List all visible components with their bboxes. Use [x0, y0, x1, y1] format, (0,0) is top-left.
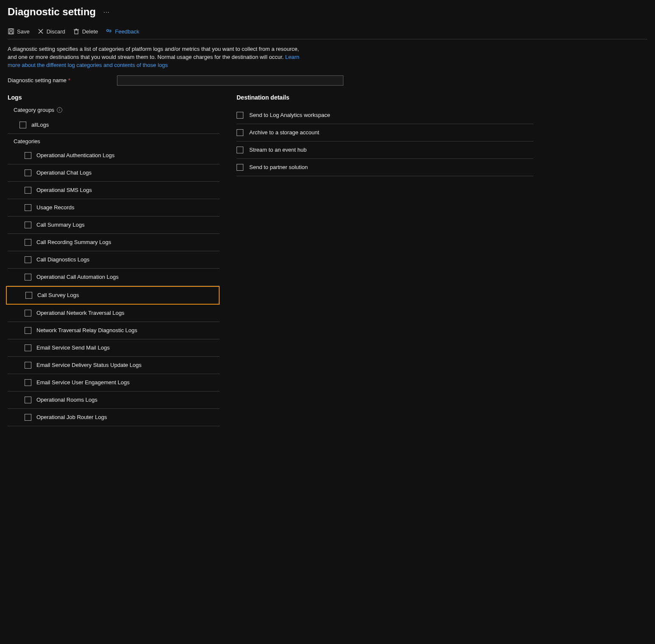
- category-label: Call Survey Logs: [37, 292, 79, 298]
- setting-name-input[interactable]: [117, 75, 343, 86]
- setting-name-row: Diagnostic setting name*: [8, 75, 647, 86]
- feedback-icon: [106, 28, 112, 35]
- destination-row: Send to partner solution: [237, 159, 533, 176]
- header: Diagnostic setting ···: [8, 4, 647, 22]
- checkbox[interactable]: [25, 310, 31, 316]
- info-icon[interactable]: i: [57, 107, 62, 113]
- category-row: Operational Chat Logs: [8, 164, 220, 182]
- checkbox[interactable]: [25, 292, 32, 299]
- close-icon: [37, 28, 44, 35]
- destination-list: Send to Log Analytics workspaceArchive t…: [237, 107, 533, 176]
- category-label: Operational Job Router Logs: [36, 414, 107, 420]
- destination-row: Stream to an event hub: [237, 142, 533, 159]
- feedback-button[interactable]: Feedback: [106, 28, 139, 35]
- svg-point-8: [107, 30, 109, 32]
- checkbox[interactable]: [237, 129, 243, 136]
- trash-icon: [73, 28, 80, 35]
- category-label: Operational Chat Logs: [36, 169, 92, 176]
- destination-label: Send to Log Analytics workspace: [249, 112, 330, 118]
- category-list: Operational Authentication LogsOperation…: [8, 147, 220, 426]
- category-label: Call Summary Logs: [36, 222, 84, 228]
- checkbox[interactable]: [25, 414, 31, 421]
- description-body: A diagnostic setting specifies a list of…: [8, 46, 299, 60]
- content-columns: Logs Category groups i allLogs Categorie…: [8, 94, 647, 426]
- category-label: Usage Records: [36, 204, 75, 211]
- checkbox[interactable]: [25, 169, 31, 176]
- category-label: Email Service Delivery Status Update Log…: [36, 362, 142, 368]
- checkbox[interactable]: [25, 187, 31, 194]
- destination-column: Destination details Send to Log Analytic…: [237, 94, 533, 176]
- category-row: Call Recording Summary Logs: [8, 234, 220, 251]
- category-row: Operational Authentication Logs: [8, 147, 220, 164]
- category-group-row: allLogs: [8, 117, 220, 134]
- logs-column: Logs Category groups i allLogs Categorie…: [8, 94, 220, 426]
- destination-label: Archive to a storage account: [249, 129, 319, 136]
- svg-rect-5: [75, 30, 78, 34]
- category-label: Email Service Send Mail Logs: [36, 344, 110, 351]
- checkbox[interactable]: [25, 152, 31, 159]
- category-row: Network Traversal Relay Diagnostic Logs: [8, 322, 220, 339]
- checkbox[interactable]: [237, 164, 243, 171]
- category-row: Email Service Send Mail Logs: [8, 339, 220, 357]
- save-icon: [8, 28, 14, 35]
- category-label: Call Diagnostics Logs: [36, 256, 89, 263]
- svg-rect-0: [8, 29, 14, 34]
- category-row: Operational SMS Logs: [8, 182, 220, 199]
- checkbox[interactable]: [237, 147, 243, 153]
- checkbox[interactable]: [25, 344, 31, 351]
- category-group-list: allLogs: [8, 117, 220, 134]
- description-text: A diagnostic setting specifies a list of…: [8, 45, 300, 75]
- delete-label: Delete: [82, 28, 98, 35]
- category-row: Operational Call Automation Logs: [8, 269, 220, 286]
- required-asterisk: *: [68, 77, 70, 83]
- destination-label: Send to partner solution: [249, 164, 308, 170]
- feedback-label: Feedback: [115, 28, 139, 35]
- checkbox[interactable]: [25, 274, 31, 280]
- checkbox[interactable]: [25, 397, 31, 403]
- checkbox[interactable]: [25, 239, 31, 246]
- checkbox[interactable]: [25, 362, 31, 369]
- checkbox[interactable]: [20, 122, 26, 128]
- category-label: Operational Rooms Logs: [36, 397, 98, 403]
- checkbox[interactable]: [237, 112, 243, 119]
- delete-button[interactable]: Delete: [73, 28, 98, 35]
- category-label: Operational Authentication Logs: [36, 152, 114, 158]
- destination-row: Send to Log Analytics workspace: [237, 107, 533, 124]
- logs-title: Logs: [8, 94, 220, 101]
- category-label: Operational Network Traversal Logs: [36, 310, 124, 316]
- discard-label: Discard: [47, 28, 65, 35]
- category-row: Operational Job Router Logs: [8, 409, 220, 426]
- category-row: Operational Network Traversal Logs: [8, 305, 220, 322]
- category-label: Email Service User Engagement Logs: [36, 379, 130, 386]
- categories-label: Categories: [14, 138, 220, 144]
- save-button[interactable]: Save: [8, 28, 30, 35]
- page-title: Diagnostic setting: [8, 6, 96, 18]
- destination-title: Destination details: [237, 94, 533, 101]
- category-groups-text: Category groups: [14, 107, 54, 113]
- category-label: Call Recording Summary Logs: [36, 239, 111, 245]
- category-label: Operational SMS Logs: [36, 187, 92, 193]
- category-row: Call Survey Logs: [6, 286, 220, 305]
- save-label: Save: [17, 28, 30, 35]
- svg-rect-1: [10, 29, 12, 31]
- category-group-label: allLogs: [31, 122, 49, 128]
- destination-label: Stream to an event hub: [249, 147, 307, 153]
- category-row: Email Service Delivery Status Update Log…: [8, 357, 220, 374]
- checkbox[interactable]: [25, 204, 31, 211]
- checkbox[interactable]: [25, 379, 31, 386]
- category-row: Call Summary Logs: [8, 217, 220, 234]
- category-row: Email Service User Engagement Logs: [8, 374, 220, 391]
- setting-name-label: Diagnostic setting name*: [8, 77, 70, 83]
- category-groups-label: Category groups i: [14, 107, 220, 113]
- checkbox[interactable]: [25, 327, 31, 334]
- setting-name-label-text: Diagnostic setting name: [8, 77, 67, 83]
- category-label: Network Traversal Relay Diagnostic Logs: [36, 327, 137, 333]
- toolbar: Save Discard Delete Feedback: [8, 22, 647, 39]
- category-label: Operational Call Automation Logs: [36, 274, 119, 280]
- checkbox[interactable]: [25, 256, 31, 263]
- svg-rect-2: [10, 32, 13, 34]
- category-row: Operational Rooms Logs: [8, 391, 220, 409]
- discard-button[interactable]: Discard: [37, 28, 65, 35]
- more-actions-icon[interactable]: ···: [103, 8, 110, 15]
- checkbox[interactable]: [25, 222, 31, 228]
